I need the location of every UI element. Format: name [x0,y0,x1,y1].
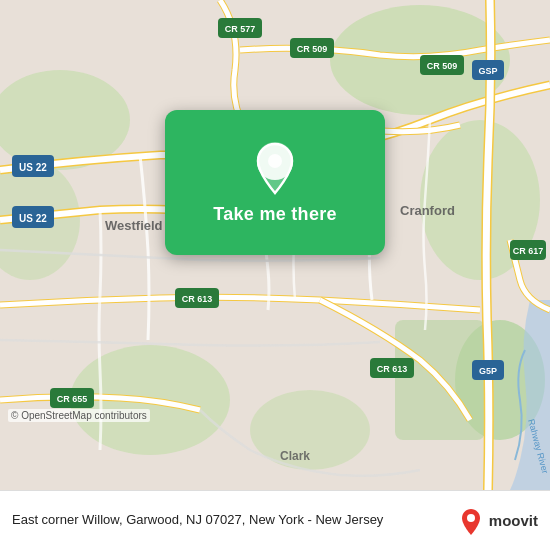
bottom-bar: East corner Willow, Garwood, NJ 07027, N… [0,490,550,550]
cta-card: Take me there [165,110,385,255]
svg-text:CR 613: CR 613 [182,294,213,304]
svg-text:US 22: US 22 [19,213,47,224]
location-pin-icon [251,140,299,196]
svg-point-38 [268,154,282,168]
take-me-there-button[interactable]: Take me there [213,204,337,225]
address-text: East corner Willow, Garwood, NJ 07027, N… [12,511,457,529]
svg-text:G5P: G5P [479,366,497,376]
svg-text:CR 617: CR 617 [513,246,544,256]
svg-text:CR 655: CR 655 [57,394,88,404]
svg-text:Cranford: Cranford [400,203,455,218]
svg-text:Clark: Clark [280,449,310,463]
svg-text:CR 509: CR 509 [427,61,458,71]
svg-point-39 [467,514,475,522]
copyright-text: © OpenStreetMap contributors [8,409,150,422]
map-container: US 22 US 22 CR 577 CR 509 CR 509 CR 509 … [0,0,550,490]
moovit-pin-icon [457,507,485,535]
svg-text:GSP: GSP [478,66,497,76]
svg-text:Westfield: Westfield [105,218,163,233]
svg-text:CR 509: CR 509 [297,44,328,54]
moovit-logo[interactable]: moovit [457,507,538,535]
moovit-text: moovit [489,512,538,529]
svg-text:CR 577: CR 577 [225,24,256,34]
svg-text:US 22: US 22 [19,162,47,173]
svg-text:CR 613: CR 613 [377,364,408,374]
